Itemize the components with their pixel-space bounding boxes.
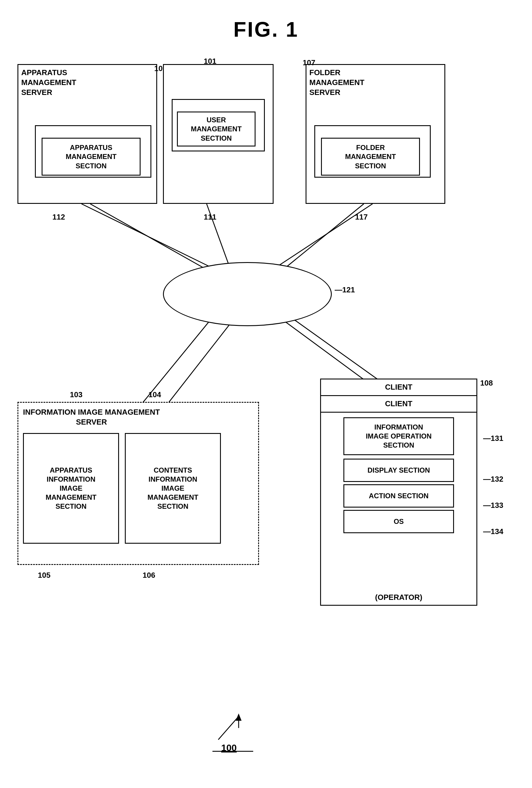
apparatus-section-box: APPARATUSMANAGEMENTSECTION	[42, 138, 141, 176]
info-server-dashed: INFORMATION IMAGE MANAGEMENTSERVER APPAR…	[18, 402, 259, 565]
display-section-id: —132	[483, 475, 503, 484]
folder-server-inner: FOLDERMANAGEMENTSERVER FOLDERMANAGEMENTS…	[314, 125, 431, 178]
os-section-id: —134	[483, 527, 503, 536]
network-id: —121	[335, 285, 355, 294]
info-server-id-104: 104	[148, 390, 161, 399]
action-section-box: ACTION SECTION	[343, 484, 454, 508]
folder-server-id: 107	[303, 58, 315, 67]
svg-line-0	[90, 204, 204, 268]
network-ellipse	[163, 262, 332, 326]
system-id-100: 100	[221, 743, 237, 753]
client-outer-id: 108	[480, 378, 493, 388]
info-server-id-106: 106	[143, 571, 155, 580]
info-server-id-105: 105	[38, 571, 50, 580]
apparatus-server-inner: APPARATUSMANAGEMENTSERVER APPARATUSMANAG…	[35, 125, 151, 178]
svg-line-5	[134, 317, 212, 414]
network-label-117: 117	[355, 213, 368, 222]
apparatus-info-section: APPARATUSINFORMATIONIMAGEMANAGEMENTSECTI…	[23, 433, 119, 544]
info-image-op-id: —131	[483, 434, 503, 443]
display-section-box: DISPLAY SECTION	[343, 459, 454, 482]
network-label-112: 112	[53, 213, 65, 222]
action-section-id: —133	[483, 501, 503, 510]
svg-line-6	[160, 320, 233, 414]
folder-section-box: FOLDERMANAGEMENTSECTION	[321, 138, 420, 176]
svg-line-2	[285, 204, 364, 268]
folder-server-outer: FOLDERMANAGEMENTSERVER FOLDERMANAGEMENTS…	[306, 64, 445, 204]
user-section-box: USERMANAGEMENTSECTION	[177, 112, 255, 146]
svg-marker-11	[236, 713, 242, 721]
network-label-111: 111	[204, 213, 216, 222]
user-server-outer: USERMANAGEMENTSERVER USERMANAGEMENTSECTI…	[163, 64, 273, 204]
svg-line-3	[81, 204, 218, 271]
apparatus-server-outer: APPARATUSMANAGEMENTSERVER APPARATUSMANAG…	[18, 64, 157, 204]
user-server-id: 101	[204, 57, 216, 66]
page-title: FIG. 1	[0, 0, 532, 41]
os-section-box: OS	[343, 510, 454, 533]
info-image-op-section: INFORMATIONIMAGE OPERATIONSECTION	[343, 417, 454, 455]
contents-info-section: CONTENTSINFORMATIONIMAGEMANAGEMENTSECTIO…	[125, 433, 221, 544]
client-inner: CLIENT INFORMATIONIMAGE OPERATIONSECTION…	[321, 396, 476, 590]
info-server-id-103: 103	[70, 390, 82, 399]
user-server-inner: USERMANAGEMENTSERVER USERMANAGEMENTSECTI…	[172, 99, 265, 152]
client-outer: CLIENT CLIENT INFORMATIONIMAGE OPERATION…	[320, 378, 477, 606]
svg-line-9	[218, 716, 239, 740]
